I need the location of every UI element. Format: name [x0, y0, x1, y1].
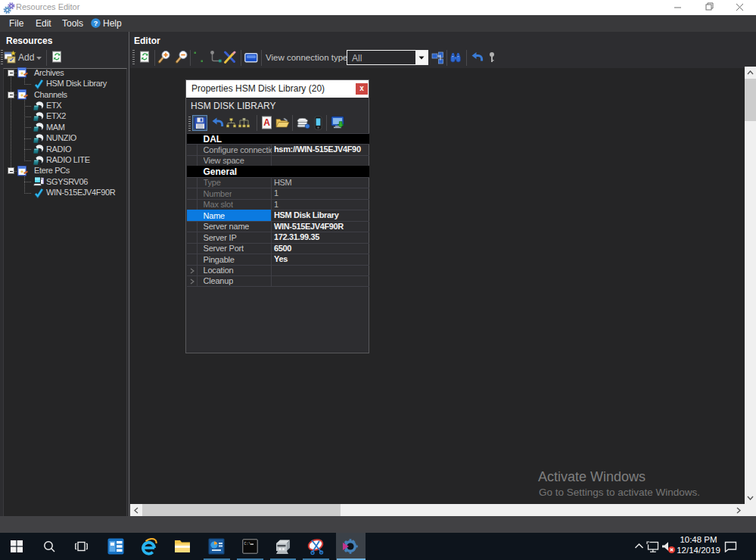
- svg-text:A: A: [263, 117, 270, 128]
- svg-text:C:\: C:\: [244, 542, 251, 546]
- svg-text:?: ?: [94, 19, 98, 27]
